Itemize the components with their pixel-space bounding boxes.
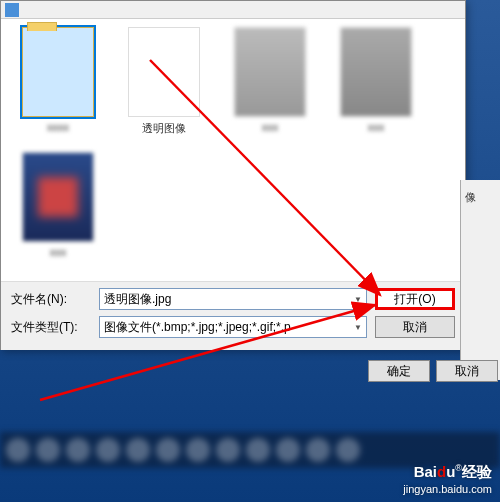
cancel-button[interactable]: 取消 bbox=[375, 316, 455, 338]
file-item[interactable]: xxxx bbox=[13, 27, 103, 136]
file-item[interactable]: xxx bbox=[331, 27, 421, 136]
taskbar-icon[interactable] bbox=[156, 438, 180, 462]
watermark-url: jingyan.baidu.com bbox=[403, 482, 492, 496]
filename-input[interactable]: 透明图像.jpg ▼ bbox=[99, 288, 367, 310]
file-thumbnail bbox=[22, 152, 94, 242]
cancel-button[interactable]: 取消 bbox=[436, 360, 498, 382]
folder-icon bbox=[5, 3, 19, 17]
filetype-value: 图像文件(*.bmp;*.jpg;*.jpeg;*.gif;*.p bbox=[104, 319, 291, 336]
background-dialog-edge: 像 : bbox=[460, 180, 500, 380]
file-list[interactable]: xxxx 透明图像 xxx xxx xxx bbox=[1, 19, 465, 281]
file-item[interactable]: xxx bbox=[13, 152, 103, 258]
file-label: xxx bbox=[262, 121, 279, 133]
taskbar-icon[interactable] bbox=[216, 438, 240, 462]
filetype-label: 文件类型(T): bbox=[11, 319, 91, 336]
filetype-select[interactable]: 图像文件(*.bmp;*.jpg;*.jpeg;*.gif;*.p ▼ bbox=[99, 316, 367, 338]
dialog-fields: 文件名(N): 透明图像.jpg ▼ 打开(O) 文件类型(T): 图像文件(*… bbox=[1, 281, 465, 350]
file-label: 透明图像 bbox=[142, 121, 186, 136]
file-thumbnail bbox=[234, 27, 306, 117]
ok-button[interactable]: 确定 bbox=[368, 360, 430, 382]
taskbar-icon[interactable] bbox=[66, 438, 90, 462]
filename-value: 透明图像.jpg bbox=[104, 291, 171, 308]
taskbar-icon[interactable] bbox=[276, 438, 300, 462]
file-label: xxx bbox=[368, 121, 385, 133]
file-item[interactable]: xxx bbox=[225, 27, 315, 136]
taskbar-icon[interactable] bbox=[126, 438, 150, 462]
file-thumbnail bbox=[340, 27, 412, 117]
file-open-dialog: xxxx 透明图像 xxx xxx xxx 文件名(N): 透明图像.jpg ▼ bbox=[0, 0, 466, 350]
chevron-down-icon[interactable]: ▼ bbox=[354, 323, 362, 332]
dialog-header bbox=[1, 1, 465, 19]
side-label: 像 bbox=[465, 190, 496, 205]
folder-thumbnail bbox=[22, 27, 94, 117]
filename-label: 文件名(N): bbox=[11, 291, 91, 308]
watermark-brand: Baidu®经验 bbox=[403, 462, 492, 482]
taskbar-icon[interactable] bbox=[336, 438, 360, 462]
watermark: Baidu®经验 jingyan.baidu.com bbox=[403, 462, 492, 496]
taskbar-icon[interactable] bbox=[96, 438, 120, 462]
file-label: xxxx bbox=[47, 121, 69, 133]
chevron-down-icon[interactable]: ▼ bbox=[354, 295, 362, 304]
open-button[interactable]: 打开(O) bbox=[375, 288, 455, 310]
taskbar-icon[interactable] bbox=[6, 438, 30, 462]
taskbar-icon[interactable] bbox=[306, 438, 330, 462]
taskbar-icon[interactable] bbox=[36, 438, 60, 462]
file-item[interactable]: 透明图像 bbox=[119, 27, 209, 136]
taskbar-icon[interactable] bbox=[186, 438, 210, 462]
file-thumbnail bbox=[128, 27, 200, 117]
taskbar-icon[interactable] bbox=[246, 438, 270, 462]
background-dialog-buttons: 确定 取消 bbox=[368, 360, 498, 382]
file-label: xxx bbox=[50, 246, 67, 258]
